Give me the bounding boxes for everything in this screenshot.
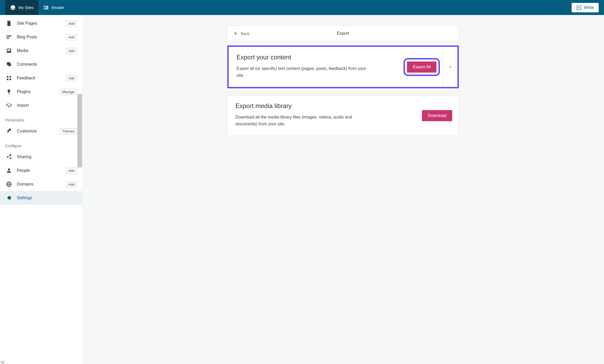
- masterbar-reader[interactable]: Reader: [38, 0, 69, 15]
- sidebar-item-import[interactable]: Import: [0, 99, 82, 112]
- themes-button[interactable]: Themes: [60, 128, 77, 134]
- sidebar-item-label: Blog Posts: [17, 35, 61, 39]
- sidebar-item-comments[interactable]: Comments: [0, 58, 82, 71]
- add-button[interactable]: Add: [66, 168, 77, 174]
- feedback-icon: [6, 75, 12, 81]
- sidebar-item-label: Site Pages: [17, 21, 61, 26]
- masterbar: My Sites Reader Write: [0, 0, 604, 15]
- sidebar-item-label: Domains: [17, 182, 61, 187]
- back-button[interactable]: Back: [228, 31, 255, 36]
- media-icon: [6, 48, 12, 54]
- sidebar-item-blog-posts[interactable]: Blog Posts Add: [0, 30, 82, 44]
- sidebar-item-domains[interactable]: Domains Add: [0, 177, 82, 191]
- layout: Site Pages Add Blog Posts Add Media Add …: [0, 15, 604, 364]
- sidebar[interactable]: Site Pages Add Blog Posts Add Media Add …: [0, 15, 82, 360]
- sidebar-wrap: Site Pages Add Blog Posts Add Media Add …: [0, 15, 82, 364]
- sidebar-item-label: Customize: [17, 129, 55, 134]
- sidebar-item-sharing[interactable]: Sharing: [0, 150, 82, 164]
- settings-icon: [6, 195, 12, 201]
- panel-title: Export media library: [235, 102, 408, 110]
- masterbar-left: My Sites Reader: [5, 0, 69, 15]
- plugins-icon: [6, 89, 12, 95]
- scrollbar-thumb[interactable]: [77, 94, 82, 167]
- add-button[interactable]: Add: [66, 75, 77, 81]
- write-button[interactable]: Write: [572, 3, 599, 12]
- sidebar-item-label: Import: [17, 103, 78, 108]
- panel-description: Export all (or specific) text content (p…: [236, 65, 373, 79]
- panel-description: Download all the media library files (im…: [235, 114, 372, 127]
- write-icon: [576, 5, 582, 10]
- sidebar-item-label: People: [17, 168, 61, 173]
- sidebar-item-label: Plugins: [17, 89, 55, 94]
- add-button[interactable]: Add: [66, 181, 77, 187]
- download-button[interactable]: Download: [422, 110, 452, 121]
- customize-icon: [6, 128, 12, 134]
- domains-icon: [6, 181, 12, 187]
- add-button[interactable]: Add: [66, 34, 77, 40]
- page-header: Back Export: [227, 25, 459, 41]
- chevron-down-icon: [447, 64, 453, 70]
- add-button[interactable]: Add: [66, 48, 77, 54]
- sidebar-item-label: Sharing: [17, 155, 78, 159]
- page-title: Export: [337, 31, 349, 36]
- sidebar-item-media[interactable]: Media Add: [0, 44, 82, 58]
- sidebar-item-customize[interactable]: Customize Themes: [0, 124, 82, 138]
- import-icon: [6, 102, 12, 109]
- sidebar-item-label: Settings: [17, 196, 78, 200]
- masterbar-reader-label: Reader: [52, 5, 64, 10]
- expand-toggle[interactable]: [443, 47, 457, 87]
- reader-icon: [43, 5, 49, 11]
- sidebar-item-label: Comments: [17, 62, 78, 67]
- export-all-button[interactable]: Export All: [407, 61, 436, 73]
- pages-icon: [6, 20, 12, 27]
- wordpress-logo-icon: [10, 5, 16, 11]
- export-media-panel: Export media library Download all the me…: [227, 95, 459, 136]
- panel-title: Export your content: [236, 54, 393, 61]
- posts-icon: [6, 34, 12, 40]
- add-button[interactable]: Add: [66, 20, 77, 27]
- sidebar-heading-configure: Configure: [0, 138, 82, 150]
- sidebar-item-plugins[interactable]: Plugins Manage: [0, 85, 82, 99]
- sharing-icon: [6, 154, 12, 160]
- sidebar-item-label: Media: [17, 48, 61, 53]
- people-icon: [6, 167, 12, 174]
- main-content: Back Export Export your content Export a…: [82, 15, 604, 364]
- sidebar-heading-personalize: Personalize: [0, 112, 82, 124]
- manage-button[interactable]: Manage: [60, 89, 77, 95]
- masterbar-my-sites[interactable]: My Sites: [5, 0, 38, 15]
- sidebar-scrollbar[interactable]: ▲: [0, 360, 5, 364]
- export-content-panel: Export your content Export all (or speci…: [227, 45, 459, 88]
- sidebar-item-label: Feedback: [17, 76, 61, 80]
- masterbar-my-sites-label: My Sites: [18, 5, 34, 10]
- sidebar-item-site-pages[interactable]: Site Pages Add: [0, 17, 82, 30]
- arrow-left-icon: [233, 31, 239, 36]
- back-label: Back: [241, 31, 249, 36]
- sidebar-item-people[interactable]: People Add: [0, 164, 82, 177]
- sidebar-item-settings[interactable]: Settings: [0, 191, 82, 205]
- scroll-up-arrow-icon[interactable]: ▲: [1, 360, 4, 364]
- comments-icon: [6, 61, 12, 68]
- write-button-label: Write: [584, 5, 594, 10]
- sidebar-item-feedback[interactable]: Feedback Add: [0, 71, 82, 85]
